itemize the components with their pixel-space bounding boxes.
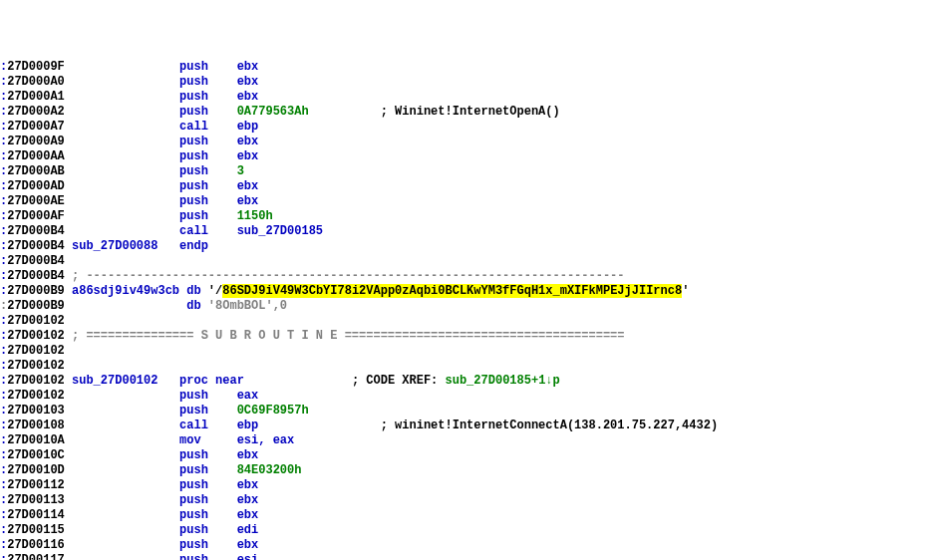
- asm-line[interactable]: :27D000A7 call ebp: [0, 120, 930, 135]
- asm-line[interactable]: :27D000AB push 3: [0, 164, 930, 179]
- asm-line[interactable]: :27D0010C push ebx: [0, 448, 930, 463]
- asm-line[interactable]: :27D000AD push ebx: [0, 179, 930, 194]
- asm-line[interactable]: :27D00114 push ebx: [0, 508, 930, 523]
- asm-line[interactable]: :27D000B9 a86sdj9iv49w3cb db '/86SDJ9iV4…: [0, 284, 930, 299]
- asm-line[interactable]: :27D0010D push 84E03200h: [0, 463, 930, 478]
- asm-line[interactable]: :27D00115 push edi: [0, 523, 930, 538]
- asm-line[interactable]: :27D00112 push ebx: [0, 478, 930, 493]
- asm-line[interactable]: :27D000A9 push ebx: [0, 135, 930, 149]
- asm-line[interactable]: :27D00103 push 0C69F8957h: [0, 404, 930, 419]
- asm-line[interactable]: :27D00102: [0, 314, 930, 329]
- asm-line[interactable]: :27D00102 ; =============== S U B R O U …: [0, 329, 930, 344]
- asm-line[interactable]: :27D00108 call ebp ; wininet!InternetCon…: [0, 419, 930, 433]
- asm-line[interactable]: :27D00116 push ebx: [0, 538, 930, 553]
- asm-line[interactable]: :27D000AF push 1150h: [0, 209, 930, 224]
- asm-line[interactable]: :27D00113 push ebx: [0, 493, 930, 508]
- asm-line[interactable]: :27D0009F push ebx: [0, 60, 930, 75]
- asm-line[interactable]: :27D000B4 ; ----------------------------…: [0, 269, 930, 284]
- disassembly-listing[interactable]: :27D0009F push ebx:27D000A0 push ebx:27D…: [0, 60, 930, 560]
- asm-line[interactable]: :27D00102 push eax: [0, 389, 930, 404]
- asm-line[interactable]: :27D0010A mov esi, eax: [0, 433, 930, 448]
- asm-line[interactable]: :27D00117 push esi: [0, 553, 930, 560]
- asm-line[interactable]: :27D00102 sub_27D00102 proc near ; CODE …: [0, 374, 930, 389]
- asm-line[interactable]: :27D00102: [0, 344, 930, 359]
- asm-line[interactable]: :27D000B4 call sub_27D00185: [0, 224, 930, 239]
- asm-line[interactable]: :27D000A2 push 0A779563Ah ; Wininet!Inte…: [0, 105, 930, 120]
- asm-line[interactable]: :27D000AA push ebx: [0, 149, 930, 164]
- asm-line[interactable]: :27D000A1 push ebx: [0, 90, 930, 105]
- asm-line[interactable]: :27D000B4: [0, 254, 930, 269]
- asm-line[interactable]: :27D000A0 push ebx: [0, 75, 930, 90]
- asm-line[interactable]: :27D00102: [0, 359, 930, 374]
- asm-line[interactable]: :27D000B9 db '8OmbBOL',0: [0, 299, 930, 314]
- asm-line[interactable]: :27D000AE push ebx: [0, 194, 930, 209]
- asm-line[interactable]: :27D000B4 sub_27D00088 endp: [0, 239, 930, 254]
